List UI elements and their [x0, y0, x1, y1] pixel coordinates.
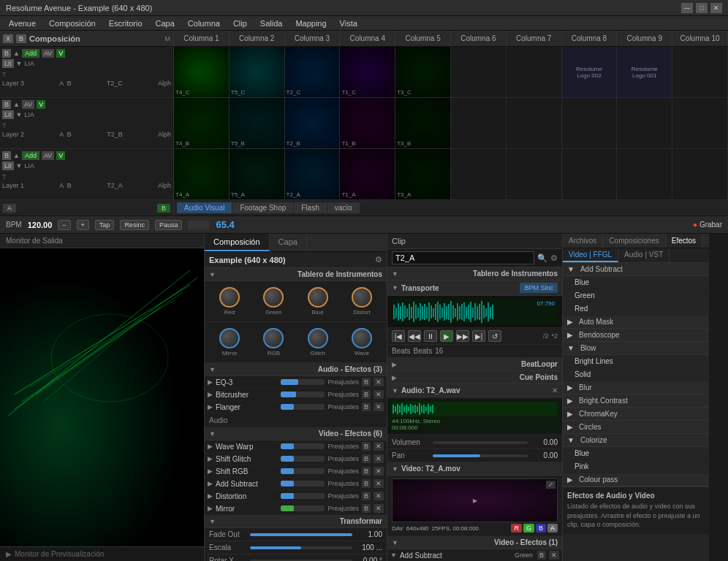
- pan-track[interactable]: [433, 454, 528, 457]
- tab-flash[interactable]: Flash: [294, 202, 326, 213]
- layer3-up[interactable]: ▲: [13, 50, 20, 57]
- cell-l3-c1[interactable]: T4_C: [174, 47, 230, 97]
- layer2-v[interactable]: V: [37, 100, 45, 109]
- flanger-x-btn[interactable]: ✕: [374, 402, 384, 411]
- effect-item-pink[interactable]: Pink: [563, 460, 709, 473]
- menu-avenue[interactable]: Avenue: [3, 18, 42, 29]
- layer3-down[interactable]: ▼: [16, 60, 23, 67]
- menu-salida[interactable]: Salida: [254, 18, 289, 29]
- layer1-up[interactable]: ▲: [13, 152, 20, 159]
- bitcrusher-x-btn[interactable]: ✕: [374, 390, 384, 399]
- col-header-2[interactable]: Columna 2: [230, 31, 285, 46]
- cue-points-section[interactable]: ▶ Cue Points: [387, 371, 562, 384]
- comp-gear-icon[interactable]: ⚙: [375, 255, 382, 264]
- menu-vista[interactable]: Vista: [334, 18, 363, 29]
- close-button[interactable]: ✕: [710, 3, 722, 13]
- category-colorize[interactable]: ▼ Colorize: [563, 434, 709, 447]
- shift-glitch-preajustes[interactable]: Preajustes: [327, 455, 359, 462]
- category-chromakey[interactable]: ▶ ChromaKey: [563, 408, 709, 421]
- cell-l2-c2[interactable]: T5_B: [230, 98, 285, 148]
- distortion-preajustes[interactable]: Preajustes: [327, 492, 359, 500]
- transport-section[interactable]: ▼ Transporte BPM Sinc: [387, 280, 562, 296]
- layer1-v[interactable]: V: [56, 151, 65, 160]
- tab-composiciones[interactable]: Composiciones: [603, 234, 665, 248]
- b-button[interactable]: B: [16, 34, 26, 43]
- layer1-down[interactable]: ▼: [16, 162, 23, 169]
- video-thumbnail[interactable]: ▶ ⤢: [392, 478, 558, 522]
- bpm-sinc-button[interactable]: BPM Sinc: [520, 283, 558, 293]
- layer3-b[interactable]: B: [2, 49, 11, 58]
- layer2-up[interactable]: ▲: [13, 101, 20, 108]
- minimize-button[interactable]: —: [681, 3, 693, 13]
- effect-item-red[interactable]: Red: [563, 302, 709, 316]
- transformar-section[interactable]: ▼ Transformar: [205, 515, 387, 528]
- col-header-6[interactable]: Columna 6: [451, 31, 507, 46]
- resinc-button[interactable]: Resinc: [120, 220, 149, 230]
- cell-l3-c10[interactable]: [672, 47, 728, 97]
- cell-l2-c3[interactable]: T2_B: [285, 98, 341, 148]
- layer1-b[interactable]: B: [2, 151, 11, 160]
- category-blow[interactable]: ▼ Blow: [563, 342, 709, 355]
- bpm-slider[interactable]: [188, 221, 210, 229]
- col-header-9[interactable]: Columna 9: [617, 31, 672, 46]
- loop-btn[interactable]: ↺: [488, 330, 501, 342]
- menu-mapping[interactable]: Mapping: [289, 18, 332, 29]
- speed-plus[interactable]: *2: [551, 332, 558, 340]
- layer1-lit[interactable]: Lit: [2, 161, 14, 170]
- knob-green-control[interactable]: [263, 287, 284, 308]
- clip-gear-icon[interactable]: ⚙: [550, 253, 558, 263]
- layer2-down[interactable]: ▼: [16, 111, 23, 118]
- cell-l2-c9[interactable]: [617, 98, 672, 148]
- cell-l2-c1[interactable]: T4_B: [174, 98, 230, 148]
- tab-audio-visual[interactable]: Audio Visual: [177, 202, 232, 213]
- eq3-preajustes[interactable]: Preajustes: [327, 378, 359, 386]
- tab-efectos[interactable]: Efectos: [666, 234, 702, 248]
- sub-effect-b[interactable]: B: [537, 551, 546, 560]
- flanger-arrow[interactable]: ▶: [208, 403, 213, 411]
- cell-l2-c4[interactable]: T1_B: [340, 98, 395, 148]
- step-back[interactable]: ◀◀: [408, 330, 421, 342]
- tab-vacio[interactable]: vacío: [327, 202, 360, 213]
- cell-l2-c5[interactable]: T3_B: [395, 98, 451, 148]
- col-header-4[interactable]: Columna 4: [340, 31, 395, 46]
- record-button[interactable]: ● Grabar: [693, 221, 722, 229]
- tab-sources[interactable]: Sources: [702, 234, 709, 248]
- category-bendoscope[interactable]: ▶ Bendoscope: [563, 329, 709, 342]
- cell-l1-c8[interactable]: [562, 149, 618, 199]
- bitcrusher-preajustes[interactable]: Preajustes: [327, 391, 359, 398]
- x-button[interactable]: X: [3, 34, 13, 43]
- cell-l2-c7[interactable]: [507, 98, 562, 148]
- layer3-av[interactable]: AV: [42, 49, 54, 58]
- tab-footage-shop[interactable]: Footage Shop: [232, 202, 293, 213]
- cell-l3-c6[interactable]: [451, 47, 507, 97]
- fade-out-track[interactable]: [250, 533, 352, 536]
- effect-item-solid[interactable]: Solid: [563, 368, 709, 381]
- speed-minus[interactable]: /2: [543, 332, 549, 340]
- shift-rgb-preajustes[interactable]: Preajustes: [327, 468, 359, 475]
- video-effects-section[interactable]: ▼ Video - Efectos (6): [205, 427, 387, 440]
- cell-l3-c8[interactable]: ResolumeLogo 002: [562, 47, 618, 97]
- category-blur[interactable]: ▶ Blur: [563, 381, 709, 394]
- bpm-minus[interactable]: −: [58, 220, 70, 230]
- eq3-b-btn[interactable]: B: [362, 378, 371, 386]
- tab-composicion[interactable]: Composición: [205, 234, 270, 251]
- subtab-video-ffgl[interactable]: Video | FFGL: [563, 248, 618, 262]
- step-fwd[interactable]: ▶▶: [456, 330, 469, 342]
- effect-item-green[interactable]: Green: [563, 289, 709, 302]
- col-header-10[interactable]: Columna 10: [672, 31, 728, 46]
- menu-columna[interactable]: Columna: [182, 18, 226, 29]
- add-subtract-preajustes[interactable]: Preajustes: [327, 480, 359, 487]
- clip-tablero-section[interactable]: ▼ Tablero de Instrumentos: [387, 267, 562, 280]
- tap-button[interactable]: Tap: [95, 220, 115, 230]
- video-resize-button[interactable]: ⤢: [546, 481, 556, 489]
- sub-effect-x[interactable]: ✕: [549, 551, 559, 560]
- knob-blue-control[interactable]: [308, 287, 328, 308]
- effect-item-blue[interactable]: Blue: [563, 276, 709, 289]
- layer3-add[interactable]: Add: [22, 49, 39, 58]
- layer2-lit[interactable]: Lit: [2, 110, 14, 119]
- layer2-b[interactable]: B: [2, 100, 11, 109]
- layer3-v[interactable]: V: [56, 49, 65, 58]
- col-header-3[interactable]: Columna 3: [285, 31, 341, 46]
- layer2-av[interactable]: AV: [22, 100, 34, 109]
- audio-t2a-section[interactable]: ▼ Audio: T2_A.wav ✕: [387, 384, 562, 397]
